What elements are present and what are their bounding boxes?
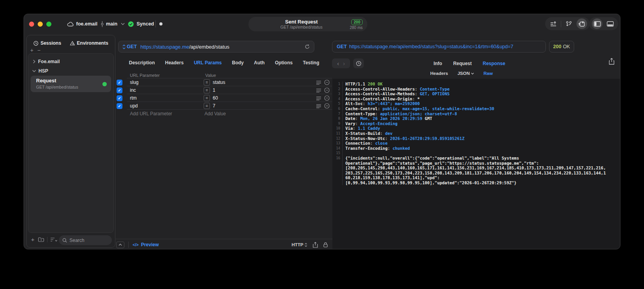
close-window-button[interactable] (29, 22, 34, 27)
line-number: 5 (332, 101, 343, 106)
row-options-icon[interactable] (316, 104, 321, 108)
request-tree-panel: Foe.email HSP Request GET /api/embed/sta… (28, 53, 114, 233)
param-name-cell[interactable]: inc (130, 87, 197, 93)
transfer-button[interactable] (576, 18, 587, 29)
request-url-bar[interactable]: GET https://statuspage.me/api/embed/stat… (118, 41, 314, 53)
param-name-cell[interactable]: upd (130, 103, 197, 109)
remove-row-icon[interactable] (324, 80, 330, 85)
remove-row-icon[interactable] (324, 103, 330, 109)
protocol-selector[interactable]: HTTP (292, 242, 303, 247)
preview-button[interactable]: Preview (141, 242, 159, 247)
tab-auth[interactable]: Auth (254, 60, 265, 65)
param-value-cell[interactable]: 7 (213, 103, 316, 109)
tab-description[interactable]: Description (129, 60, 155, 65)
response-code-line: 15 (332, 151, 620, 156)
toggle-bottom-panel-button[interactable] (605, 18, 615, 29)
workspace-switcher[interactable]: foe.email (67, 20, 97, 28)
subtab-json[interactable]: JSON (458, 71, 474, 76)
subtab-raw[interactable]: Raw (483, 71, 493, 76)
titlebar: foe.email main Synced Sent Request GET /… (24, 14, 620, 34)
line-number: 15 (332, 151, 343, 156)
tree-group-hsp[interactable]: HSP (32, 68, 48, 74)
refresh-icon[interactable] (305, 44, 310, 49)
branch-sync-button[interactable] (564, 18, 574, 29)
history-clock-icon (33, 41, 38, 46)
history-clock-button[interactable] (353, 58, 364, 68)
chevron-down-icon (121, 23, 125, 25)
sidebar-search[interactable]: Search (59, 235, 112, 245)
history-nav-group: ‹ › (332, 58, 350, 68)
line-number: 4 (332, 96, 343, 102)
export-response-button[interactable] (609, 58, 615, 65)
expand-panel-button[interactable] (116, 242, 124, 248)
tab-info[interactable]: Info (434, 61, 442, 66)
tab-headers[interactable]: Headers (165, 60, 184, 65)
param-operator-badge[interactable]: = (204, 103, 210, 109)
add-session-button[interactable]: + (30, 47, 33, 53)
line-number: 12 (332, 136, 343, 141)
line-number: 3 (332, 91, 343, 96)
response-code-line: 2Access-Control-Allow-Headers: Content-T… (332, 87, 620, 92)
minimize-window-button[interactable] (38, 22, 43, 27)
row-options-icon[interactable] (316, 80, 321, 85)
param-enabled-checkbox[interactable]: ✓ (117, 95, 122, 101)
param-name-cell[interactable]: rtm (130, 95, 197, 101)
subtab-headers[interactable]: Headers (430, 71, 448, 76)
param-operator-badge[interactable]: = (204, 87, 210, 93)
share-icon (313, 242, 318, 248)
remove-session-button[interactable]: − (37, 47, 40, 53)
sync-status[interactable]: Synced (128, 20, 154, 28)
push-changes-button[interactable] (548, 18, 558, 29)
response-code-line: 9Vary: Accept-Encoding (332, 121, 620, 126)
add-value-placeholder[interactable]: Add Value (204, 111, 226, 116)
param-operator-badge[interactable]: = (204, 95, 210, 101)
tab-response[interactable]: Response (483, 61, 505, 66)
response-code-line: [208,205,145,298,443,140,160,165,171,161… (332, 165, 620, 171)
remove-row-icon[interactable] (324, 95, 330, 101)
toggle-sidebar-button[interactable] (592, 18, 602, 29)
param-value-cell[interactable]: 60 (213, 95, 316, 101)
add-param-row: Add URL Parameter Add Value (116, 110, 332, 118)
add-request-button[interactable]: + (31, 237, 35, 242)
sidebar-request-item[interactable]: Request GET /api/embed/status (31, 76, 111, 92)
tab-request[interactable]: Request (453, 61, 472, 66)
line-number: 13 (332, 141, 343, 146)
row-options-icon[interactable] (316, 96, 321, 100)
response-status-text: OK (563, 44, 570, 49)
share-request-button[interactable] (313, 242, 318, 248)
tab-options[interactable]: Options (275, 60, 292, 65)
param-value-cell[interactable]: status (213, 80, 316, 85)
tab-testing[interactable]: Testing (303, 60, 319, 65)
lock-button[interactable] (323, 242, 328, 247)
app-window: foe.email main Synced Sent Request GET /… (24, 14, 620, 249)
response-url-display[interactable]: GET https://statuspage.me/api/embed/stat… (332, 41, 546, 53)
response-code-line: 10Via: 1.1 Caddy (332, 126, 620, 131)
param-enabled-checkbox[interactable]: ✓ (117, 80, 122, 85)
tree-group-foe-email[interactable]: Foe.email (33, 58, 60, 65)
zoom-window-button[interactable] (46, 22, 51, 27)
response-body[interactable]: 1HTTP/1.1 200 OK2Access-Control-Allow-He… (332, 79, 620, 249)
param-operator-badge[interactable]: = (204, 79, 210, 85)
sent-request-status-pill[interactable]: Sent Request GET /api/embed/status 200 2… (248, 17, 367, 31)
param-value-cell[interactable]: 1 (213, 87, 316, 93)
share-icon (609, 58, 615, 65)
request-method[interactable]: GET (127, 44, 137, 49)
tab-body[interactable]: Body (232, 60, 244, 65)
remove-row-icon[interactable] (324, 87, 330, 93)
tab-url-params[interactable]: URL Params (194, 60, 222, 65)
add-param-placeholder[interactable]: Add URL Parameter (130, 111, 204, 116)
new-folder-button[interactable] (38, 237, 44, 242)
history-forward-button[interactable]: › (343, 60, 345, 66)
param-enabled-checkbox[interactable]: ✓ (117, 103, 122, 109)
history-back-button[interactable]: ‹ (337, 60, 339, 66)
param-name-cell[interactable]: slug (130, 80, 197, 85)
param-enabled-checkbox[interactable]: ✓ (117, 87, 122, 93)
sort-group-button[interactable] (50, 237, 58, 242)
push-changes-icon (550, 21, 556, 27)
tab-sessions[interactable]: Sessions (33, 40, 61, 46)
branch-selector[interactable]: main (100, 20, 125, 28)
request-editor-footer: </> Preview HTTP (115, 239, 332, 249)
tab-environments[interactable]: Environments (70, 40, 108, 46)
request-duration: 280 ms (350, 25, 363, 30)
row-options-icon[interactable] (316, 88, 321, 93)
